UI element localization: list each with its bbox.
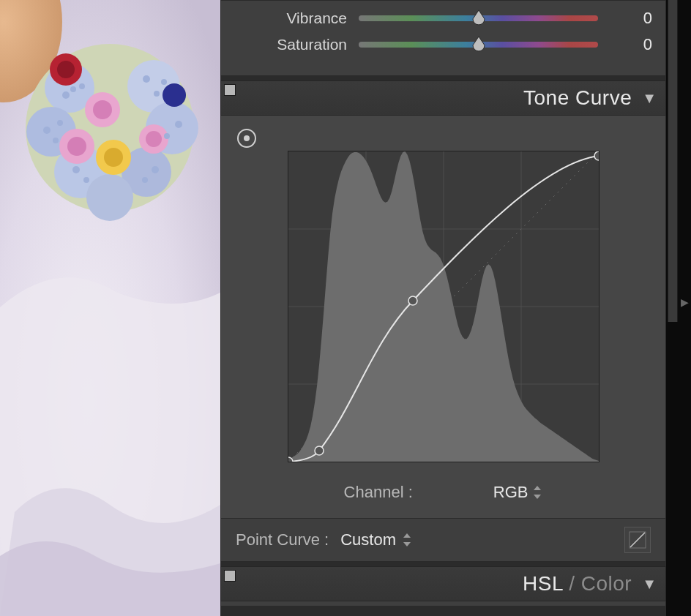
vibrance-slider[interactable] [359,15,598,21]
svg-point-19 [104,148,123,167]
curve-point[interactable] [408,296,417,305]
point-curve-bar: Point Curve : Custom [220,518,666,562]
tone-curve-editor[interactable] [288,151,600,462]
tone-curve-svg[interactable] [288,151,599,462]
panel-toggle-icon[interactable] [224,570,236,582]
panel-toggle-icon[interactable] [224,84,236,96]
channel-row: Channel : RGB [234,483,652,502]
curve-mode-icon [629,531,646,549]
svg-point-20 [163,83,186,107]
expand-right-icon[interactable]: ▶ [681,296,689,308]
svg-point-34 [142,177,148,183]
svg-point-30 [164,133,170,139]
vibrance-row: Vibrance 0 [230,5,657,31]
svg-point-33 [72,166,80,173]
svg-point-29 [57,120,63,126]
svg-point-32 [83,177,89,183]
hsl-color-title: HSL / Color [523,572,632,596]
svg-point-22 [70,86,76,92]
vibrance-value[interactable]: 0 [611,9,657,28]
slider-knob-icon[interactable] [471,36,486,52]
curve-point[interactable] [315,446,324,455]
tone-curve-header[interactable]: Tone Curve ▼ [220,80,666,116]
svg-point-17 [146,131,162,147]
panel-scrollbar[interactable] [668,0,678,322]
svg-point-35 [152,166,159,173]
svg-point-15 [67,137,86,156]
svg-point-9 [86,174,133,221]
curve-mode-button[interactable] [624,527,651,553]
tone-curve-title: Tone Curve [523,86,632,110]
chevron-down-icon[interactable]: ▼ [642,91,657,105]
point-curve-select[interactable]: Custom [340,530,412,549]
svg-point-23 [79,83,85,89]
svg-point-27 [53,138,59,143]
saturation-slider[interactable] [359,42,598,48]
image-preview[interactable] [0,0,220,616]
svg-point-26 [161,79,167,85]
hsl-color-header[interactable]: HSL / Color ▼ [220,566,666,601]
chevron-down-icon[interactable]: ▼ [642,576,657,591]
preview-illustration [0,0,220,616]
right-gutter: ▶ [666,0,691,616]
curve-point[interactable] [594,151,599,160]
slider-knob-icon[interactable] [471,10,486,26]
svg-line-44 [630,533,645,547]
saturation-row: Saturation 0 [230,31,657,58]
saturation-label: Saturation [230,36,359,53]
svg-point-28 [43,127,51,134]
channel-label: Channel : [344,483,413,502]
svg-point-24 [143,75,150,83]
svg-point-11 [57,61,75,78]
develop-panels: Vibrance 0 Saturation 0 [220,0,666,616]
stepper-icon[interactable] [403,533,412,546]
basic-panel-tail: Vibrance 0 Saturation 0 [220,0,666,76]
targeted-adjustment-icon[interactable] [237,129,256,148]
vibrance-label: Vibrance [230,10,359,27]
svg-point-31 [175,121,182,128]
tone-curve-panel: Channel : RGB [220,116,666,518]
svg-point-21 [62,91,70,99]
saturation-value[interactable]: 0 [611,35,657,54]
app-root: Vibrance 0 Saturation 0 [0,0,691,616]
stepper-icon[interactable] [534,486,542,499]
channel-select[interactable]: RGB [493,483,543,502]
svg-point-25 [154,91,160,97]
svg-point-13 [93,100,112,119]
point-curve-label: Point Curve : [236,530,329,549]
